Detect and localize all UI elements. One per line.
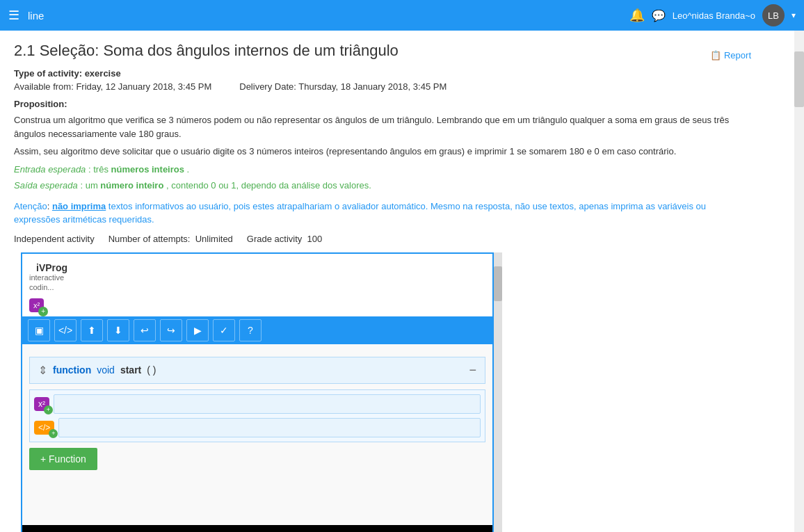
editor-wrapper: iVProg interactive codin... x² + ▣ — [14, 252, 751, 533]
avatar[interactable]: LB — [762, 4, 785, 26]
report-link[interactable]: 📋 Report — [710, 42, 751, 68]
colon: : — [47, 201, 52, 211]
proposition-header: Proposition: — [14, 99, 751, 109]
editor-sublabel: interactive — [22, 273, 492, 282]
entrada-text: : três — [88, 164, 111, 175]
inner-expression-block[interactable]: </> + — [34, 421, 54, 435]
layout-button[interactable]: ▣ — [28, 319, 50, 341]
saida-text: : um — [80, 180, 100, 191]
saida-bold: número inteiro — [100, 180, 163, 191]
inner-expr-row: </> + — [34, 418, 481, 437]
dates-row: Available from: Friday, 12 January 2018,… — [14, 81, 751, 92]
notification-bell-icon[interactable]: 🔔 — [629, 8, 645, 23]
saida-end: , contendo 0 ou 1, dependo da análise do… — [166, 180, 371, 191]
atencao-label: Atenção — [14, 201, 47, 211]
editor-toolbar: ▣ </> ⬆ ⬇ ↩ ↪ ▶ ✓ ? — [22, 316, 492, 344]
inner-var-row: x² + — [34, 394, 481, 414]
entrada-label: Entrada esperada — [14, 164, 86, 175]
code-view-button[interactable]: </> — [54, 319, 77, 341]
fn-name: start — [120, 364, 141, 376]
entrada-row: Entrada esperada : três números inteiros… — [14, 163, 751, 177]
attempts-section: Number of attempts: Unlimited — [108, 234, 233, 244]
fn-arrows-icon: ⇕ — [38, 364, 47, 377]
inner-variable-block[interactable]: x² + — [34, 397, 49, 411]
grade-value: 100 — [307, 234, 323, 244]
help-button[interactable]: ? — [239, 319, 262, 341]
proposition-text2: Assim, seu algoritmo deve solicitar que … — [14, 145, 751, 159]
fn-collapse-icon[interactable]: − — [469, 363, 476, 378]
fn-type: void — [97, 364, 115, 376]
function-body: x² + </> + — [29, 389, 485, 442]
available-from-value: Friday, 12 January 2018, 3:45 PM — [76, 81, 211, 92]
terminal: >_ — [22, 525, 492, 533]
page-scrollbar-thumb — [794, 51, 804, 107]
empty-line-1 — [54, 394, 481, 414]
editor-scrollbar[interactable] — [494, 252, 502, 533]
available-from-label: Available from: — [14, 81, 74, 92]
app-header: ☰ line 🔔 💬 Leo^nidas Branda~o LB ▾ — [0, 0, 804, 31]
report-label: Report — [724, 50, 751, 61]
activity-type-row: Type of activity: exercise — [14, 68, 751, 79]
inner-expr-icon: </> — [38, 423, 50, 433]
terminal-prompt: >_ — [29, 529, 41, 533]
entrada-end: . — [187, 164, 190, 175]
available-from: Available from: Friday, 12 January 2018,… — [14, 81, 211, 92]
page-scrollbar[interactable] — [794, 31, 804, 532]
run-button[interactable]: ▶ — [186, 319, 209, 341]
delivery-date-value: Thursday, 18 January 2018, 3:45 PM — [298, 81, 447, 92]
empty-line-2 — [58, 418, 481, 437]
main-section: 2.1 Seleção: Soma dos ângulos internos d… — [0, 31, 765, 532]
editor-body: ⇕ function void start ( ) − — [22, 344, 492, 525]
dropdown-chevron-icon[interactable]: ▾ — [791, 10, 796, 20]
editor-scrollbar-thumb — [494, 266, 502, 301]
header-right: 🔔 💬 Leo^nidas Branda~o LB ▾ — [629, 4, 796, 26]
menu-icon[interactable]: ☰ — [8, 8, 19, 23]
independent-activity-label: Independent activity — [14, 234, 95, 244]
upload-button[interactable]: ⬆ — [81, 319, 103, 341]
main-content: 2.1 Seleção: Soma dos ângulos internos d… — [0, 31, 794, 532]
activity-type-value: exercise — [85, 68, 121, 79]
download-button[interactable]: ⬇ — [107, 319, 129, 341]
saida-row: Saída esperada : um número inteiro , con… — [14, 179, 751, 193]
chat-icon[interactable]: 💬 — [652, 9, 666, 22]
saida-label: Saída esperada — [14, 180, 78, 191]
fn-params: ( ) — [147, 364, 156, 376]
report-icon: 📋 — [710, 50, 721, 61]
check-button[interactable]: ✓ — [213, 319, 235, 341]
top-variable-block[interactable]: x² + — [29, 298, 44, 312]
redo-button[interactable]: ↪ — [160, 319, 182, 341]
title-section: 2.1 Seleção: Soma dos ângulos internos d… — [14, 42, 751, 68]
proposition-text1: Construa um algoritmo que verifica se 3 … — [14, 113, 751, 140]
editor-brand-row: iVProg — [22, 254, 492, 273]
delivery-date-label: Delivery Date: — [239, 81, 296, 92]
header-title: line — [28, 10, 621, 22]
atencao-section: Atenção: não imprima textos informativos… — [14, 200, 751, 227]
add-function-button[interactable]: + Function — [29, 448, 97, 470]
fn-keyword: function — [53, 364, 91, 376]
activity-info: Independent activity Number of attempts:… — [14, 234, 751, 244]
page-title: 2.1 Seleção: Soma dos ângulos internos d… — [14, 42, 399, 60]
ivprog-editor: iVProg interactive codin... x² + ▣ — [21, 252, 494, 533]
inner-var-add-icon: + — [44, 405, 53, 414]
atencao-text1: textos informativos ao usuário, pois est… — [14, 201, 706, 225]
top-var-area: x² + — [22, 294, 492, 316]
atencao-bold: não imprima — [52, 201, 106, 211]
entrada-bold: números inteiros — [111, 164, 184, 175]
grade-label: Grade activity — [247, 234, 302, 244]
attempts-label: Number of attempts: — [108, 234, 191, 244]
attempts-value: Unlimited — [195, 234, 233, 244]
page-wrapper: 2.1 Seleção: Soma dos ângulos internos d… — [0, 31, 804, 532]
var-add-icon: + — [38, 307, 48, 316]
header-username[interactable]: Leo^nidas Branda~o — [673, 10, 755, 21]
delivery-date: Delivery Date: Thursday, 18 January 2018… — [239, 81, 447, 92]
activity-type-label: Type of activity: — [14, 68, 82, 79]
grade-section: Grade activity 100 — [247, 234, 322, 244]
editor-brand: iVProg — [29, 258, 74, 273]
editor-coding-label: codin... — [22, 283, 492, 294]
inner-expr-add-icon: + — [49, 429, 58, 438]
undo-button[interactable]: ↩ — [134, 319, 156, 341]
function-declaration-row[interactable]: ⇕ function void start ( ) − — [29, 357, 485, 384]
